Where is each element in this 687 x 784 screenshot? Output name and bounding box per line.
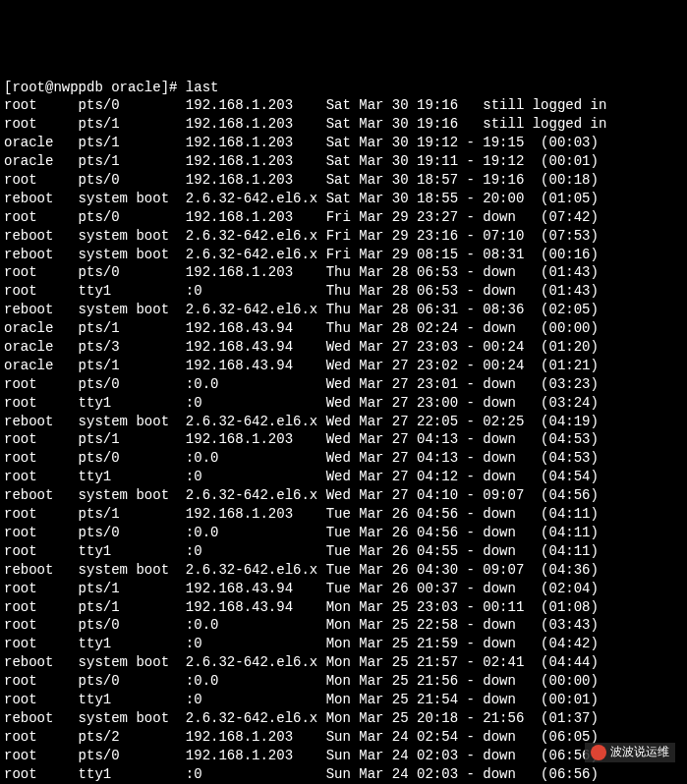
terminal-output: [root@nwppdb oracle]# last root pts/0 19… bbox=[4, 79, 683, 784]
watermark-icon bbox=[591, 745, 606, 760]
watermark: 波波说运维 bbox=[585, 743, 675, 762]
watermark-text: 波波说运维 bbox=[610, 745, 669, 760]
